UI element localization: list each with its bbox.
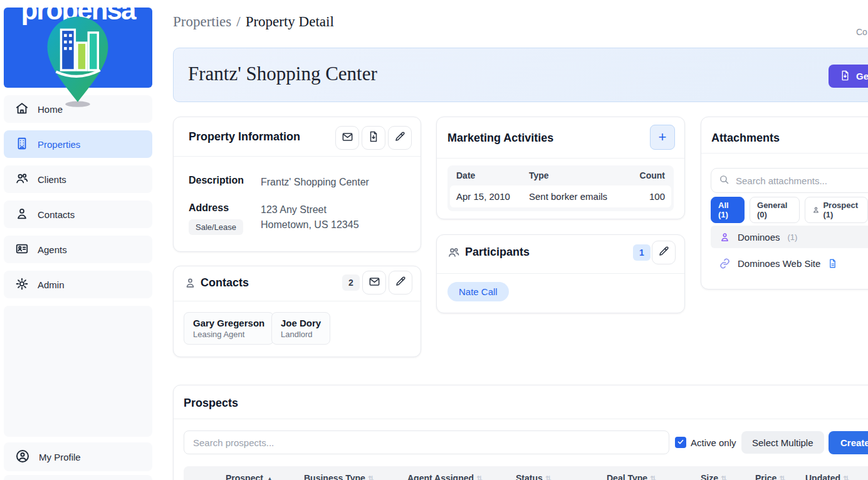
file-download-icon (840, 70, 850, 83)
sort-icon: ⇅ (545, 474, 552, 480)
sort-icon: ⇅ (650, 474, 656, 480)
select-multiple-button[interactable]: Select Multiple (741, 431, 824, 454)
sidebar-item-label: Clients (38, 174, 66, 185)
breadcrumb-current: Property Detail (246, 14, 334, 29)
sort-icon: ⇅ (843, 474, 849, 480)
attachments-title: Attachments (711, 132, 780, 145)
sort-icon: ⇅ (779, 474, 785, 480)
sidebar-item-agents[interactable]: Agents (4, 236, 152, 263)
participants-count-badge: 1 (633, 244, 651, 261)
gear-icon (15, 277, 29, 293)
divider (174, 419, 868, 419)
attachments-search[interactable] (711, 168, 868, 193)
activity-count: 100 (632, 191, 665, 202)
link-icon (719, 258, 730, 269)
filter-general-chip[interactable]: General (0) (750, 197, 800, 223)
breadcrumb: Properties/Property Detail (173, 14, 334, 30)
home-icon (15, 102, 29, 117)
email-contacts-button[interactable] (362, 271, 386, 295)
filter-prospect-chip[interactable]: Prospect (1) (805, 197, 868, 223)
divider (174, 301, 421, 301)
column-header-deal-type[interactable]: Deal Type⇅ (607, 473, 656, 480)
divider (437, 158, 684, 159)
sidebar-item-label: Properties (38, 139, 80, 150)
column-header-status[interactable]: Status⇅ (516, 473, 552, 480)
table-row[interactable]: Apr 15, 2010 Sent borker emails 100 (450, 185, 671, 207)
active-only-label[interactable]: Active only (691, 437, 736, 448)
sidebar-item-label: Contacts (38, 209, 75, 220)
property-title: Frantz' Shopping Center (188, 63, 377, 85)
check-icon (677, 437, 684, 448)
column-header: Type (529, 170, 632, 180)
edit-contacts-button[interactable] (389, 271, 412, 295)
breadcrumb-parent[interactable]: Properties (173, 14, 231, 29)
property-detail-page: { "brand": { "name": "propensa", "block_… (0, 0, 868, 480)
email-button[interactable] (335, 126, 359, 150)
description-label: Description (189, 175, 244, 186)
attachments-search-input[interactable] (736, 175, 861, 186)
participant-pill[interactable]: Nate Call (447, 282, 509, 301)
user-icon (15, 207, 29, 222)
activity-type: Sent borker emails (529, 191, 632, 202)
column-header-size[interactable]: Size⇅ (701, 473, 727, 480)
pencil-icon (658, 246, 669, 259)
active-only-checkbox[interactable] (675, 437, 686, 448)
export-file-button[interactable] (362, 126, 385, 150)
edit-property-button[interactable] (388, 126, 412, 150)
column-header-agent-assigned[interactable]: Agent Assigned⇅ (407, 473, 483, 480)
column-header-price[interactable]: Price⇅ (755, 473, 785, 480)
pencil-icon (394, 131, 405, 145)
sale-lease-badge: Sale/Lease (189, 219, 243, 235)
breadcrumb-separator: / (231, 14, 245, 29)
attachment-group-name: Dominoes (738, 232, 780, 243)
contact-role: Landlord (281, 330, 321, 339)
plus-icon: + (659, 129, 667, 145)
file-download-icon (368, 131, 379, 145)
column-header: Count (632, 170, 665, 180)
user-circle-icon (15, 449, 30, 466)
activity-date: Apr 15, 2010 (456, 191, 529, 202)
attachment-item-row[interactable]: Dominoes Web Site (711, 249, 868, 277)
prospects-search[interactable] (184, 430, 669, 454)
create-prospect-button[interactable]: Create (829, 431, 868, 454)
divider (437, 273, 684, 274)
contact-chip[interactable]: Joe Dory Landlord (271, 312, 330, 345)
participants-title: Participants (465, 246, 530, 259)
prospects-table-header: Prospect▲ Business Type⇅ Agent Assigned⇅… (184, 466, 868, 480)
filter-all-chip[interactable]: All (1) (711, 197, 745, 223)
sidebar-spacer-panel (4, 306, 152, 437)
person-icon (184, 277, 196, 291)
address-label: Address (189, 202, 229, 214)
sort-asc-icon: ▲ (266, 475, 273, 480)
file-text-icon[interactable] (828, 259, 837, 268)
contacts-count-badge: 2 (342, 274, 360, 291)
sidebar-item-label: Admin (38, 279, 65, 290)
column-header-updated[interactable]: Updated⇅ (805, 473, 849, 480)
contact-role: Leasing Agent (193, 330, 264, 339)
column-header-prospect[interactable]: Prospect▲ (226, 473, 273, 480)
attachment-group-row[interactable]: Dominoes (1) (711, 226, 868, 248)
address-line2: Hometown, US 12345 (261, 217, 359, 232)
sidebar-item-properties[interactable]: Properties (4, 130, 152, 158)
edit-participants-button[interactable] (652, 241, 676, 264)
pencil-icon (395, 276, 406, 290)
sort-icon: ⇅ (368, 474, 374, 480)
sidebar-item-label: My Profile (39, 452, 81, 462)
add-marketing-activity-button[interactable]: + (650, 125, 675, 150)
marketing-table-header: Date Type Count (447, 165, 674, 184)
contact-name: Gary Gregerson (193, 318, 264, 328)
sidebar-item-admin[interactable]: Admin (4, 271, 152, 298)
generate-report-button[interactable]: Gen (829, 65, 868, 88)
sidebar-item-partial[interactable] (4, 475, 152, 480)
person-icon (719, 232, 730, 243)
person-icon (812, 206, 820, 214)
contact-chip[interactable]: Gary Gregerson Leasing Agent (184, 312, 274, 345)
contact-name: Joe Dory (281, 318, 321, 328)
generate-report-label: Gen (856, 71, 868, 81)
column-header-business-type[interactable]: Business Type⇅ (304, 473, 374, 480)
sidebar-item-contacts[interactable]: Contacts (4, 201, 152, 228)
prospects-search-input[interactable] (193, 437, 660, 448)
sidebar-item-clients[interactable]: Clients (4, 165, 152, 193)
attachment-filters: All (1) General (0) Prospect (1) (711, 197, 868, 223)
sidebar-item-my-profile[interactable]: My Profile (4, 442, 152, 471)
